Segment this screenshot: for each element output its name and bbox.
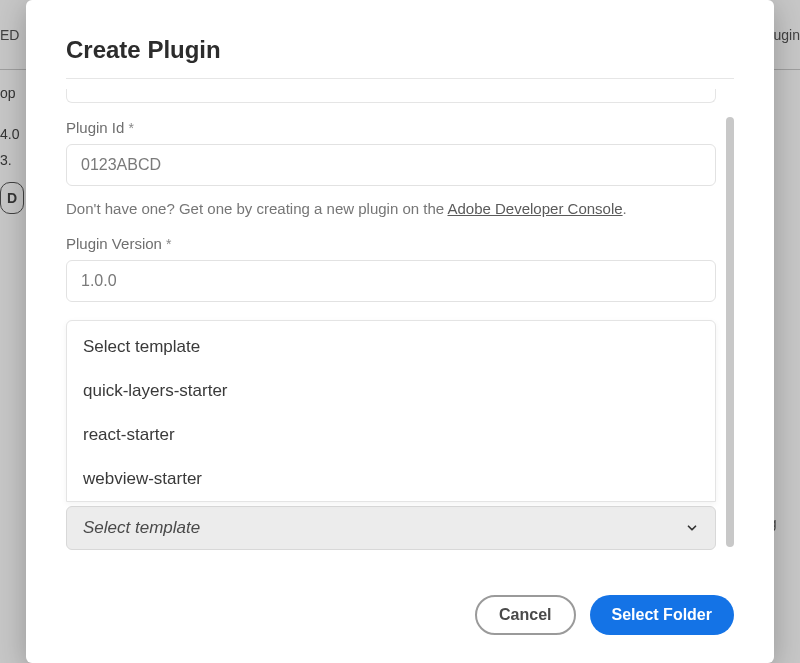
plugin-id-helper: Don't have one? Get one by creating a ne… [66,200,716,217]
cancel-button[interactable]: Cancel [475,595,575,635]
template-dropdown-panel: Select template quick-layers-starter rea… [66,320,716,502]
template-group: Select template quick-layers-starter rea… [66,320,716,550]
create-plugin-modal: Create Plugin Plugin Id * Don't have one… [26,0,774,663]
developer-console-link[interactable]: Adobe Developer Console [447,200,622,217]
required-mark: * [166,236,171,252]
plugin-id-label: Plugin Id * [66,119,716,136]
modal-title: Create Plugin [66,36,734,64]
chevron-down-icon [685,521,699,535]
required-mark: * [128,120,133,136]
modal-scroll-area: Plugin Id * Don't have one? Get one by c… [66,89,734,567]
select-folder-button[interactable]: Select Folder [590,595,734,635]
plugin-version-label: Plugin Version * [66,235,716,252]
previous-field-stub [66,89,716,103]
template-option[interactable]: Select template [67,321,715,369]
template-option[interactable]: webview-starter [67,457,715,501]
template-select-value: Select template [83,518,200,538]
divider [66,78,734,79]
template-option[interactable]: quick-layers-starter [67,369,715,413]
modal-scrollbar[interactable] [726,117,734,547]
template-option[interactable]: react-starter [67,413,715,457]
modal-footer: Cancel Select Folder [66,567,734,635]
plugin-version-input[interactable] [66,260,716,302]
plugin-id-input[interactable] [66,144,716,186]
template-select[interactable]: Select template [66,506,716,550]
plugin-version-group: Plugin Version * [66,235,716,302]
plugin-id-group: Plugin Id * Don't have one? Get one by c… [66,119,716,217]
